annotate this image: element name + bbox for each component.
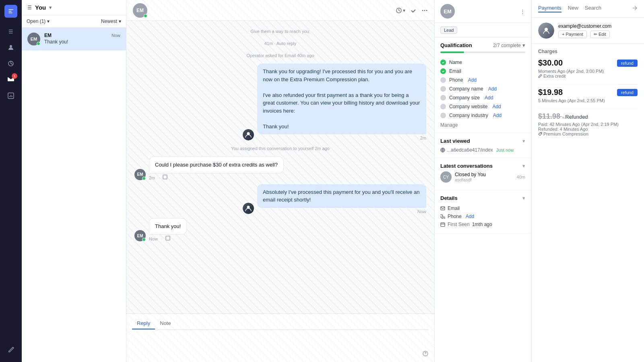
qual-count-row: 2/7 complete ▾ [493,42,525,48]
online-indicator [37,42,40,45]
qual-add-company-name[interactable]: Add [488,86,497,92]
svg-point-7 [426,10,427,11]
chat-input-area: Reply Note [126,313,434,362]
chat-topbar-right: ▾ [396,7,428,14]
conv-hist-avatar: CY [440,171,452,183]
contacts-icon[interactable] [4,40,18,55]
note-tab[interactable]: Note [155,318,175,329]
conv-hist-time: 40m [517,175,525,179]
svg-point-17 [541,133,541,134]
qual-title: Qualification [440,42,472,48]
status-filter-arrow: ▾ [47,19,50,24]
payments-tab[interactable]: Payments [538,5,561,12]
conv-time: Now [111,33,120,38]
latest-conversations-header[interactable]: Latest conversations ▾ [440,163,525,169]
details-title: Details [440,195,458,201]
details-first-seen-row: First Seen 1mth ago [440,220,525,228]
qual-add-company-industry[interactable]: Add [493,113,502,118]
last-viewed-title: Last viewed [440,138,470,144]
hamburger-icon[interactable]: ☰ [4,24,18,39]
payments-topbar-icons [632,5,638,12]
email-icon [440,206,445,211]
qual-progress-bar [440,51,525,53]
qual-label-phone: Phone [449,77,463,83]
lead-badge[interactable]: Lead [440,27,457,34]
qual-add-company-size[interactable]: Add [485,95,493,101]
payments-expand-icon[interactable] [632,5,638,12]
compose-icon[interactable] [4,343,18,357]
more-options-right[interactable]: ⋮ [520,8,525,14]
input-actions [132,350,429,358]
qual-label-company-website: Company website [449,104,487,109]
latest-conversations-title: Latest conversations [440,163,493,169]
chat-messages: Give them a way to reach you: 41m · Auto… [126,21,434,313]
agent-bubble-1: Thank you for upgrading! I've processed … [257,64,426,134]
qual-label-name: Name [449,60,462,65]
charge-meta-paid-3: Paid: 42 Minutes Ago (Apr 2nd, 2:19 PM) [538,122,638,127]
conv-hist-details: Closed by You asdfasdf [455,172,514,182]
qual-header: Qualification 2/7 complete ▾ [440,42,525,48]
details-phone-label: Phone [448,214,462,219]
details-header[interactable]: Details ▾ [440,195,525,201]
chat-topbar-left: EM [133,3,147,18]
qualification-section: Qualification 2/7 complete ▾ Name Email … [435,37,531,133]
sort-filter-button[interactable]: Newest ▾ [101,19,121,24]
system-message-4: You assigned this conversation to yourse… [134,146,426,151]
charge-divider-2 [538,109,638,109]
pay-customer-email: example@customer.com [558,23,611,29]
phone-icon [440,214,445,219]
sidebar-dropdown-icon[interactable]: ▾ [49,4,52,10]
qual-add-phone[interactable]: Add [468,77,477,83]
details-phone-add[interactable]: Add [466,214,474,219]
details-first-seen-value: 1mth ago [472,222,492,227]
agent-avatar-1 [243,129,254,140]
details-phone-row: Phone Add [440,212,525,220]
qual-dot-company-size [440,95,446,101]
add-payment-button[interactable]: + Payment [558,31,587,38]
snooze-button[interactable]: ▾ [396,7,405,14]
resolve-button[interactable] [410,7,417,14]
refund-button-2[interactable]: refund [617,89,638,96]
charge-meta-refunded-3: Refunded: 4 Minutes Ago [538,127,638,132]
chat-tabs: Reply Note [132,318,429,330]
edit-customer-button[interactable]: ✏ Edit [590,31,610,38]
refund-button-1[interactable]: refund [617,60,638,67]
activity-icon[interactable] [4,56,18,71]
conv-hist-name: Closed by You [455,172,514,177]
app-logo[interactable] [4,5,17,18]
reply-tab[interactable]: Reply [132,318,155,329]
new-tab[interactable]: New [568,5,578,12]
calendar-icon [440,222,445,227]
customer-bubble-2: Thank you! [149,218,187,235]
inbox-icon[interactable]: 1 [4,72,18,87]
customer-avatar-top: EM [133,3,147,18]
conv-history-item[interactable]: CY Closed by You asdfasdf 40m [440,169,525,185]
conversation-item[interactable]: EM EM Now Thank you! [22,28,126,51]
manage-link[interactable]: Manage [440,122,525,128]
more-options-button[interactable] [421,7,428,14]
qual-dot-name [440,60,446,65]
qual-expand-icon[interactable]: ▾ [522,42,525,48]
conv-name: EM [44,33,52,38]
svg-point-16 [545,28,548,31]
customer-msg-time-1: 2m · [149,175,284,180]
conv-preview: Thank you! [44,39,120,45]
charge-amount-row-2: $19.98 refund [538,88,638,97]
charge-meta-2: 5 Minutes Ago (Apr 2nd, 2:55 PM) [538,98,638,103]
help-icon[interactable] [422,350,429,358]
qual-dot-email [440,68,446,74]
last-viewed-header[interactable]: Last viewed ▾ [440,138,525,144]
qual-label-email: Email [449,68,461,74]
agent-message-1: Thank you for upgrading! I've processed … [134,64,426,140]
pay-customer-section: example@customer.com + Payment ✏ Edit [532,18,644,44]
reports-icon[interactable] [4,88,18,103]
svg-rect-15 [441,223,445,226]
hamburger-menu-button[interactable]: ☰ [27,5,32,10]
search-tab[interactable]: Search [585,5,601,12]
status-filter-button[interactable]: Open (1) ▾ [27,19,50,24]
charge-amount-row-1: $30.00 refund [538,58,638,68]
svg-point-5 [422,10,423,11]
right-panel-topbar: EM ⋮ [435,0,531,23]
chat-input[interactable] [132,333,429,349]
qual-add-company-website[interactable]: Add [492,104,501,109]
